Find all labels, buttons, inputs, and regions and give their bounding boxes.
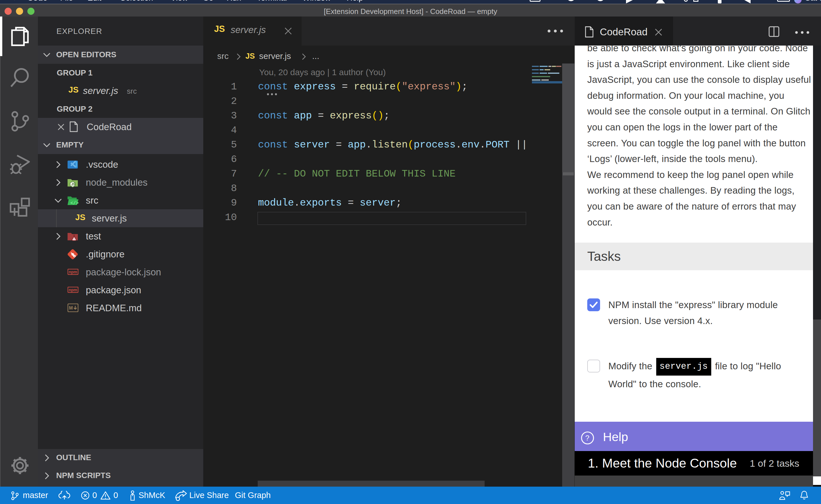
svg-text:JS: JS: [71, 182, 75, 186]
svg-text:npm: npm: [69, 288, 77, 292]
svg-text:M: M: [69, 306, 73, 310]
svg-text:?: ?: [585, 434, 589, 442]
svg-text:</>: </>: [70, 201, 79, 206]
svg-text:npm: npm: [69, 270, 77, 274]
